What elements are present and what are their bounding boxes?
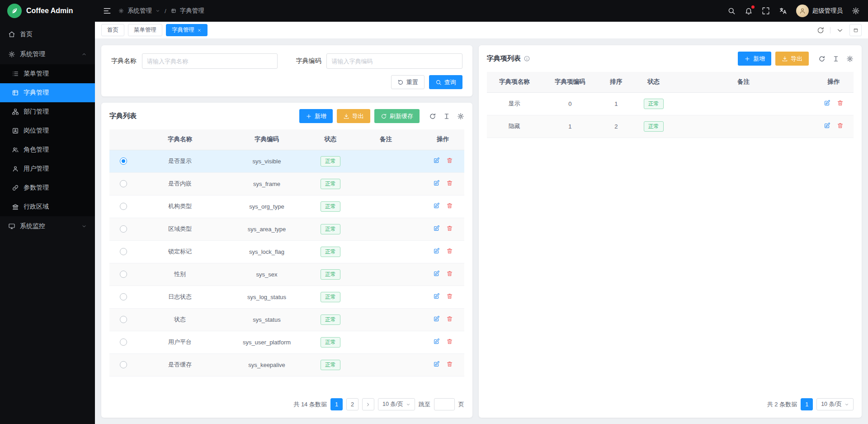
refresh-table-icon[interactable] (818, 55, 826, 62)
table-row[interactable]: 性别 sys_sex 正常 (109, 263, 464, 286)
delete-icon[interactable] (837, 100, 844, 106)
tab-actions-chevron-icon[interactable] (836, 26, 844, 34)
table-row[interactable]: 是否内嵌 sys_frame 正常 (109, 172, 464, 195)
sidebar-item-param-management[interactable]: 参数管理 (0, 178, 95, 197)
sidebar-item-menu-management[interactable]: 菜单管理 (0, 64, 95, 83)
export-dict-button[interactable]: 导出 (337, 109, 370, 123)
system-submenu: 菜单管理 字典管理 部门管理 岗位管理 角色管理 (0, 64, 95, 216)
delete-icon[interactable] (446, 270, 453, 277)
table-row[interactable]: 是否缓存 sys_keepalive 正常 (109, 353, 464, 376)
row-radio[interactable] (120, 271, 127, 278)
add-dict-button[interactable]: 新增 (299, 109, 333, 123)
search-button[interactable]: 查询 (429, 75, 462, 89)
sidebar-item-region[interactable]: 行政区域 (0, 197, 95, 216)
reset-button[interactable]: 重置 (391, 75, 425, 89)
sidebar-item-role-management[interactable]: 角色管理 (0, 140, 95, 159)
table-row[interactable]: 日志状态 sys_log_status 正常 (109, 286, 464, 308)
sidebar-section-system[interactable]: 系统管理 (0, 44, 95, 64)
edit-icon[interactable] (433, 248, 440, 254)
add-item-button[interactable]: 新增 (738, 52, 771, 66)
edit-icon[interactable] (433, 338, 440, 345)
settings-gear-icon[interactable] (852, 7, 860, 15)
sidebar-section-monitor[interactable]: 系统监控 (0, 216, 95, 236)
edit-icon[interactable] (433, 315, 440, 322)
export-item-button[interactable]: 导出 (775, 52, 809, 66)
column-size-icon[interactable] (832, 55, 840, 62)
table-row[interactable]: 区域类型 sys_area_type 正常 (109, 218, 464, 240)
edit-icon[interactable] (433, 225, 440, 232)
row-radio[interactable] (120, 180, 127, 187)
delete-icon[interactable] (446, 361, 453, 367)
column-header: 字典名称 (137, 129, 222, 150)
tab-dict-management[interactable]: 字典管理 (166, 24, 208, 36)
dict-item-column: 字典项列表 新增 导出 (479, 45, 862, 418)
table-row[interactable]: 锁定标记 sys_lock_flag 正常 (109, 240, 464, 263)
page-2-button[interactable]: 2 (346, 398, 359, 410)
maximize-view-icon[interactable] (849, 24, 862, 36)
fullscreen-icon[interactable] (762, 7, 770, 15)
row-radio[interactable] (120, 157, 127, 165)
tab-home[interactable]: 首页 (101, 24, 124, 36)
jump-label: 跳至 (419, 400, 430, 409)
menu-fold-icon[interactable] (103, 7, 111, 15)
user-menu[interactable]: 超级管理员 (796, 5, 843, 17)
table-row[interactable]: 是否显示 sys_visible 正常 (109, 150, 464, 172)
delete-icon[interactable] (446, 293, 453, 300)
delete-icon[interactable] (446, 202, 453, 209)
sidebar-item-user-management[interactable]: 用户管理 (0, 159, 95, 178)
row-radio[interactable] (120, 293, 127, 300)
edit-icon[interactable] (824, 100, 830, 106)
edit-icon[interactable] (433, 270, 440, 277)
row-radio[interactable] (120, 361, 127, 368)
refresh-cache-button[interactable]: 刷新缓存 (374, 109, 420, 123)
download-icon (782, 56, 788, 62)
page-size-select[interactable]: 10 条/页 (378, 398, 415, 410)
page-1-button[interactable]: 1 (801, 398, 813, 410)
row-radio[interactable] (120, 225, 127, 233)
page-size-select[interactable]: 10 条/页 (816, 398, 854, 410)
edit-icon[interactable] (433, 157, 440, 164)
row-radio[interactable] (120, 316, 127, 323)
info-icon[interactable] (524, 55, 530, 62)
breadcrumb-item-system[interactable]: 系统管理 (127, 7, 152, 15)
delete-icon[interactable] (446, 225, 453, 232)
table-row[interactable]: 用户平台 sys_user_platform 正常 (109, 331, 464, 353)
edit-icon[interactable] (433, 180, 440, 186)
column-settings-icon[interactable] (457, 113, 464, 120)
column-size-icon[interactable] (443, 113, 450, 120)
jump-page-input[interactable] (434, 398, 455, 410)
edit-icon[interactable] (433, 202, 440, 209)
delete-icon[interactable] (446, 315, 453, 322)
delete-icon[interactable] (446, 338, 453, 345)
sidebar-item-dept-management[interactable]: 部门管理 (0, 102, 95, 121)
row-radio[interactable] (120, 338, 127, 346)
sidebar-item-post-management[interactable]: 岗位管理 (0, 121, 95, 140)
dict-name-input[interactable] (142, 53, 278, 69)
table-row[interactable]: 显示 0 1 正常 (487, 92, 854, 115)
delete-icon[interactable] (446, 248, 453, 254)
dict-code-input[interactable] (326, 53, 462, 69)
row-radio[interactable] (120, 248, 127, 255)
table-row[interactable]: 状态 sys_status 正常 (109, 308, 464, 331)
delete-icon[interactable] (446, 157, 453, 164)
bell-icon[interactable] (745, 7, 753, 15)
tab-menu-management[interactable]: 菜单管理 (128, 24, 162, 36)
refresh-table-icon[interactable] (429, 113, 436, 120)
edit-icon[interactable] (433, 361, 440, 367)
column-settings-icon[interactable] (846, 55, 854, 62)
table-row[interactable]: 隐藏 1 2 正常 (487, 115, 854, 138)
translate-icon[interactable] (779, 7, 787, 15)
page-1-button[interactable]: 1 (330, 398, 343, 410)
tab-close-icon[interactable] (197, 28, 202, 33)
refresh-icon[interactable] (816, 26, 825, 34)
next-page-button[interactable] (362, 398, 374, 410)
row-radio[interactable] (120, 203, 127, 210)
delete-icon[interactable] (837, 122, 844, 129)
search-icon[interactable] (727, 7, 736, 15)
table-row[interactable]: 机构类型 sys_org_type 正常 (109, 195, 464, 218)
edit-icon[interactable] (433, 293, 440, 300)
delete-icon[interactable] (446, 180, 453, 186)
sidebar-item-dict-management[interactable]: 字典管理 (0, 83, 95, 102)
edit-icon[interactable] (824, 122, 830, 129)
sidebar-item-home[interactable]: 首页 (0, 24, 95, 44)
